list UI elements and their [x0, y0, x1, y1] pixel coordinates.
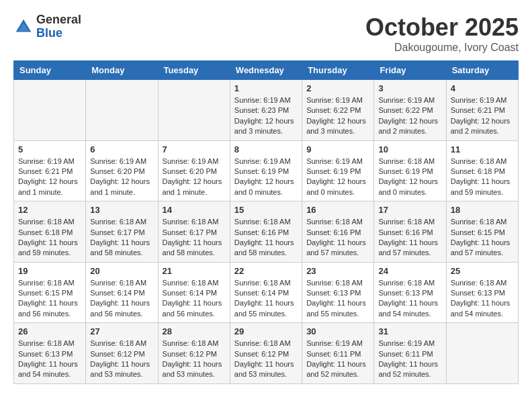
calendar-day-cell: 1Sunrise: 6:19 AM Sunset: 6:23 PM Daylig…: [230, 80, 302, 141]
calendar: SundayMondayTuesdayWednesdayThursdayFrid…: [13, 60, 519, 384]
day-number: 25: [451, 266, 514, 276]
day-info: Sunrise: 6:19 AM Sunset: 6:11 PM Dayligh…: [306, 338, 369, 380]
day-number: 4: [451, 83, 514, 93]
day-number: 31: [378, 326, 441, 336]
day-info: Sunrise: 6:19 AM Sunset: 6:22 PM Dayligh…: [306, 95, 369, 137]
calendar-day-cell: 16Sunrise: 6:18 AM Sunset: 6:16 PM Dayli…: [302, 201, 374, 263]
calendar-day-cell: 27Sunrise: 6:18 AM Sunset: 6:12 PM Dayli…: [86, 323, 158, 384]
day-info: Sunrise: 6:18 AM Sunset: 6:13 PM Dayligh…: [378, 278, 441, 320]
day-number: 24: [378, 266, 441, 276]
calendar-day-cell: 12Sunrise: 6:18 AM Sunset: 6:18 PM Dayli…: [14, 201, 86, 263]
day-info: Sunrise: 6:19 AM Sunset: 6:23 PM Dayligh…: [234, 95, 298, 137]
calendar-day-cell: 29Sunrise: 6:18 AM Sunset: 6:12 PM Dayli…: [230, 323, 302, 384]
calendar-week-row: 12Sunrise: 6:18 AM Sunset: 6:18 PM Dayli…: [14, 201, 519, 263]
day-info: Sunrise: 6:19 AM Sunset: 6:21 PM Dayligh…: [451, 95, 514, 137]
logo-general-text: General: [36, 13, 81, 27]
calendar-day-cell: 20Sunrise: 6:18 AM Sunset: 6:14 PM Dayli…: [86, 262, 158, 323]
calendar-week-row: 19Sunrise: 6:18 AM Sunset: 6:15 PM Dayli…: [14, 262, 519, 323]
day-number: 15: [234, 205, 298, 215]
calendar-day-cell: [446, 323, 518, 384]
calendar-day-cell: [86, 80, 158, 141]
header-area: General Blue October 2025 Dakougoume, Iv…: [13, 13, 519, 54]
weekday-header-cell: Tuesday: [158, 61, 230, 80]
day-info: Sunrise: 6:18 AM Sunset: 6:13 PM Dayligh…: [306, 278, 369, 320]
day-number: 22: [234, 266, 298, 276]
calendar-day-cell: 26Sunrise: 6:18 AM Sunset: 6:13 PM Dayli…: [14, 323, 86, 384]
day-number: 29: [234, 326, 298, 336]
day-number: 21: [163, 266, 226, 276]
day-info: Sunrise: 6:19 AM Sunset: 6:19 PM Dayligh…: [306, 156, 369, 198]
calendar-day-cell: 2Sunrise: 6:19 AM Sunset: 6:22 PM Daylig…: [302, 80, 374, 141]
day-number: 9: [306, 144, 369, 154]
day-number: 20: [90, 266, 153, 276]
day-info: Sunrise: 6:18 AM Sunset: 6:12 PM Dayligh…: [234, 338, 298, 380]
day-number: 13: [90, 205, 153, 215]
calendar-day-cell: 30Sunrise: 6:19 AM Sunset: 6:11 PM Dayli…: [302, 323, 374, 384]
day-info: Sunrise: 6:19 AM Sunset: 6:20 PM Dayligh…: [90, 156, 153, 198]
calendar-day-cell: 17Sunrise: 6:18 AM Sunset: 6:16 PM Dayli…: [374, 201, 446, 263]
logo-blue-text: Blue: [36, 27, 81, 40]
day-info: Sunrise: 6:18 AM Sunset: 6:13 PM Dayligh…: [18, 338, 81, 380]
day-number: 1: [234, 83, 298, 93]
day-number: 26: [18, 326, 81, 336]
day-number: 3: [378, 83, 441, 93]
day-number: 27: [90, 326, 153, 336]
weekday-header-cell: Monday: [86, 61, 158, 80]
day-number: 8: [234, 144, 298, 154]
calendar-day-cell: [158, 80, 230, 141]
day-info: Sunrise: 6:18 AM Sunset: 6:14 PM Dayligh…: [234, 278, 298, 320]
day-info: Sunrise: 6:18 AM Sunset: 6:17 PM Dayligh…: [90, 217, 153, 259]
day-number: 16: [306, 205, 369, 215]
day-number: 17: [378, 205, 441, 215]
day-info: Sunrise: 6:18 AM Sunset: 6:16 PM Dayligh…: [378, 217, 441, 259]
day-number: 30: [306, 326, 369, 336]
calendar-day-cell: 7Sunrise: 6:19 AM Sunset: 6:20 PM Daylig…: [158, 140, 230, 201]
day-info: Sunrise: 6:18 AM Sunset: 6:18 PM Dayligh…: [18, 217, 81, 259]
day-number: 14: [163, 205, 226, 215]
day-info: Sunrise: 6:18 AM Sunset: 6:16 PM Dayligh…: [306, 217, 369, 259]
calendar-day-cell: 13Sunrise: 6:18 AM Sunset: 6:17 PM Dayli…: [86, 201, 158, 263]
calendar-day-cell: 5Sunrise: 6:19 AM Sunset: 6:21 PM Daylig…: [14, 140, 86, 201]
day-info: Sunrise: 6:18 AM Sunset: 6:12 PM Dayligh…: [163, 338, 226, 380]
calendar-day-cell: 6Sunrise: 6:19 AM Sunset: 6:20 PM Daylig…: [86, 140, 158, 201]
calendar-day-cell: 19Sunrise: 6:18 AM Sunset: 6:15 PM Dayli…: [14, 262, 86, 323]
calendar-day-cell: 14Sunrise: 6:18 AM Sunset: 6:17 PM Dayli…: [158, 201, 230, 263]
calendar-week-row: 5Sunrise: 6:19 AM Sunset: 6:21 PM Daylig…: [14, 140, 519, 201]
calendar-day-cell: 22Sunrise: 6:18 AM Sunset: 6:14 PM Dayli…: [230, 262, 302, 323]
day-number: 18: [451, 205, 514, 215]
day-number: 12: [18, 205, 81, 215]
day-info: Sunrise: 6:18 AM Sunset: 6:13 PM Dayligh…: [451, 278, 514, 320]
day-number: 10: [378, 144, 441, 154]
day-info: Sunrise: 6:18 AM Sunset: 6:15 PM Dayligh…: [451, 217, 514, 259]
weekday-header-row: SundayMondayTuesdayWednesdayThursdayFrid…: [14, 61, 519, 80]
day-number: 5: [18, 144, 81, 154]
day-number: 19: [18, 266, 81, 276]
calendar-day-cell: 31Sunrise: 6:19 AM Sunset: 6:11 PM Dayli…: [374, 323, 446, 384]
day-info: Sunrise: 6:18 AM Sunset: 6:15 PM Dayligh…: [18, 278, 81, 320]
calendar-day-cell: 24Sunrise: 6:18 AM Sunset: 6:13 PM Dayli…: [374, 262, 446, 323]
calendar-week-row: 1Sunrise: 6:19 AM Sunset: 6:23 PM Daylig…: [14, 80, 519, 141]
calendar-day-cell: 15Sunrise: 6:18 AM Sunset: 6:16 PM Dayli…: [230, 201, 302, 263]
day-info: Sunrise: 6:19 AM Sunset: 6:21 PM Dayligh…: [18, 156, 81, 198]
title-area: October 2025 Dakougoume, Ivory Coast: [365, 13, 519, 54]
weekday-header-cell: Saturday: [446, 61, 518, 80]
calendar-week-row: 26Sunrise: 6:18 AM Sunset: 6:13 PM Dayli…: [14, 323, 519, 384]
location-title: Dakougoume, Ivory Coast: [365, 42, 519, 54]
month-title: October 2025: [365, 13, 519, 42]
day-number: 28: [163, 326, 226, 336]
calendar-day-cell: 25Sunrise: 6:18 AM Sunset: 6:13 PM Dayli…: [446, 262, 518, 323]
calendar-day-cell: 8Sunrise: 6:19 AM Sunset: 6:19 PM Daylig…: [230, 140, 302, 201]
day-info: Sunrise: 6:19 AM Sunset: 6:22 PM Dayligh…: [378, 95, 441, 137]
calendar-day-cell: 9Sunrise: 6:19 AM Sunset: 6:19 PM Daylig…: [302, 140, 374, 201]
weekday-header-cell: Sunday: [14, 61, 86, 80]
logo-icon: [13, 17, 34, 37]
calendar-day-cell: 23Sunrise: 6:18 AM Sunset: 6:13 PM Dayli…: [302, 262, 374, 323]
calendar-day-cell: [14, 80, 86, 141]
weekday-header-cell: Wednesday: [230, 61, 302, 80]
day-number: 2: [306, 83, 369, 93]
day-info: Sunrise: 6:19 AM Sunset: 6:19 PM Dayligh…: [234, 156, 298, 198]
weekday-header-cell: Friday: [374, 61, 446, 80]
calendar-day-cell: 4Sunrise: 6:19 AM Sunset: 6:21 PM Daylig…: [446, 80, 518, 141]
logo: General Blue: [13, 13, 81, 40]
day-info: Sunrise: 6:18 AM Sunset: 6:14 PM Dayligh…: [90, 278, 153, 320]
